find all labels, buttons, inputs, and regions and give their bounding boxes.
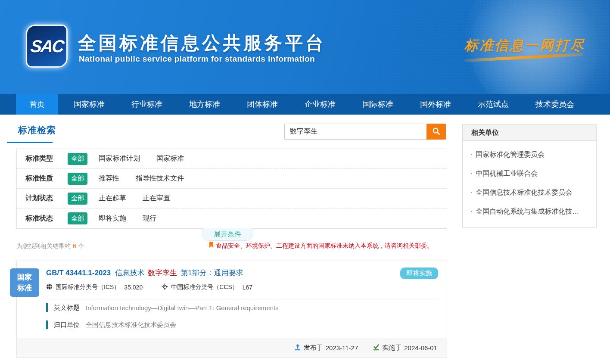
related-unit-link[interactable]: 国家标准化管理委员会 [470, 150, 588, 159]
search-box [284, 124, 446, 140]
nav-item-foreign-standards[interactable]: 国外标准 [409, 94, 462, 115]
bookmark-icon [209, 242, 214, 250]
content-area: 标准检索 标准类型 全部 国家标准计划 国家标准 [0, 115, 610, 364]
published-label: 发布于 [304, 344, 323, 352]
implemented-date-item: 实施于 2024-06-01 [373, 344, 437, 352]
results-count-number: 6 [73, 243, 76, 249]
standard-title-part1: 信息技术 [115, 269, 144, 277]
nav-item-national-standards[interactable]: 国家标准 [62, 94, 116, 115]
filter-option[interactable]: 国家标准 [156, 154, 184, 163]
nav-item-enterprise-standards[interactable]: 企业标准 [293, 94, 347, 115]
field-value: 全国信息技术标准化技术委员会 [86, 321, 176, 329]
page-title: 标准检索 [18, 124, 56, 136]
magnifier-icon [432, 127, 440, 137]
ics-item: 国际标准分类号（ICS） 35.020 [46, 283, 143, 291]
check-icon [373, 344, 382, 352]
globe-icon [46, 283, 56, 291]
filter-row-standard-type: 标准类型 全部 国家标准计划 国家标准 [17, 149, 447, 169]
field-label: 英文标题 [54, 304, 80, 312]
sac-logo: SAC [26, 25, 68, 68]
filter-option[interactable]: 国家标准计划 [99, 154, 140, 163]
nav-item-local-standards[interactable]: 地方标准 [178, 94, 231, 115]
header-banner: SAC 全国标准信息公共服务平台 National public service… [0, 0, 610, 94]
filter-label: 标准状态 [25, 214, 68, 223]
filter-option[interactable]: 推荐性 [99, 174, 119, 183]
standard-title-link[interactable]: GB/T 43441.1-2023信息技术数字孪生第1部分：通用要求 [46, 268, 247, 278]
upload-icon [294, 344, 304, 352]
standard-title-highlight: 数字孪生 [148, 269, 177, 277]
page-title-underline [7, 142, 53, 143]
ccs-item: 中国标准分类号（CCS） L67 [162, 283, 252, 291]
filter-label: 标准性质 [25, 174, 68, 183]
related-units-panel: 相关单位 国家标准化管理委员会 中国机械工业联合会 全国信息技术标准化技术委员会… [462, 124, 597, 228]
implemented-date: 2024-06-01 [404, 344, 437, 352]
filter-option[interactable]: 指导性技术文件 [136, 174, 184, 183]
published-date-item: 发布于 2023-11-27 [294, 344, 358, 352]
implemented-label: 实施于 [382, 344, 401, 352]
standard-code: GB/T 43441.1-2023 [46, 269, 111, 277]
main-nav: 首页 国家标准 行业标准 地方标准 团体标准 企业标准 国际标准 国外标准 示范… [0, 94, 610, 115]
system-notice: 食品安全、环境保护、工程建设方面的国家标准未纳入本系统，请咨询相关部委。 [209, 242, 433, 250]
notice-text: 食品安全、环境保护、工程建设方面的国家标准未纳入本系统，请咨询相关部委。 [216, 242, 433, 250]
filter-option[interactable]: 即将实施 [99, 214, 126, 223]
filter-option[interactable]: 正在起草 [99, 194, 126, 203]
nav-item-technical-committee[interactable]: 技术委员会 [524, 94, 585, 115]
nav-item-pilot[interactable]: 示范试点 [467, 94, 520, 115]
filter-option[interactable]: 正在审查 [143, 194, 170, 203]
related-units-list: 国家标准化管理委员会 中国机械工业联合会 全国信息技术标准化技术委员会 全国自动… [463, 141, 596, 227]
results-count: 为您找到相关结果约6个 [16, 243, 84, 250]
filter-row-standard-status: 标准状态 全部 即将实施 现行 [17, 208, 447, 228]
english-title-row: 英文标题 Information technology—Digital twin… [46, 303, 279, 312]
nav-item-international-standards[interactable]: 国际标准 [351, 94, 405, 115]
crosshair-icon [162, 283, 171, 291]
search-input[interactable] [284, 124, 426, 140]
filter-label: 标准类型 [25, 154, 68, 163]
card-divider [46, 299, 438, 299]
ics-label: 国际标准分类号（ICS） [56, 283, 120, 291]
field-value: Information technology—Digital twin—Part… [86, 304, 279, 311]
results-count-suffix: 个 [78, 243, 84, 249]
status-badge: 即将实施 [400, 268, 438, 279]
nav-item-group-standards[interactable]: 团体标准 [236, 94, 289, 115]
standard-type-badge: 国家 标准 [10, 268, 39, 297]
related-units-title: 相关单位 [463, 124, 596, 141]
page: SAC 全国标准信息公共服务平台 National public service… [0, 0, 610, 364]
ics-value: 35.020 [124, 284, 143, 291]
published-date: 2023-11-27 [326, 344, 358, 352]
filter-row-plan-status: 计划状态 全部 正在起草 正在审查 [17, 189, 447, 208]
filter-all-button[interactable]: 全部 [68, 212, 87, 224]
filter-row-standard-nature: 标准性质 全部 推荐性 指导性技术文件 [17, 169, 447, 189]
sac-logo-text: SAC [29, 37, 64, 56]
search-button[interactable] [426, 124, 446, 140]
related-unit-link[interactable]: 全国自动化系统与集成标准化技… [470, 207, 588, 216]
filter-all-button[interactable]: 全部 [68, 153, 87, 165]
ccs-label: 中国标准分类号（CCS） [171, 283, 238, 291]
related-unit-link[interactable]: 中国机械工业联合会 [470, 169, 588, 178]
filter-option[interactable]: 现行 [143, 214, 156, 223]
filter-all-button[interactable]: 全部 [68, 193, 87, 205]
nav-item-home[interactable]: 首页 [16, 94, 58, 115]
related-unit-link[interactable]: 全国信息技术标准化技术委员会 [470, 188, 588, 197]
results-count-prefix: 为您找到相关结果约 [16, 243, 71, 249]
site-slogan: 标准信息一网打尽 [464, 36, 585, 55]
field-label: 归口单位 [54, 321, 80, 329]
type-badge-line1: 国家 [10, 272, 39, 283]
result-card: 国家 标准 GB/T 43441.1-2023信息技术数字孪生第1部分：通用要求… [16, 261, 447, 358]
filter-box: 标准类型 全部 国家标准计划 国家标准 标准性质 全部 推荐性 指导性技术文件 … [16, 149, 447, 229]
site-subtitle: National public service platform for sta… [79, 54, 315, 64]
type-badge-line2: 标准 [10, 283, 39, 293]
field-accent-bar [46, 320, 48, 329]
card-footer: 发布于 2023-11-27 实施于 2024-06-01 [17, 338, 447, 358]
expand-conditions-button[interactable]: 展开条件 [202, 228, 252, 241]
ccs-value: L67 [243, 284, 252, 291]
filter-label: 计划状态 [25, 194, 68, 203]
classification-row: 国际标准分类号（ICS） 35.020 中国标准 [46, 283, 271, 291]
filter-all-button[interactable]: 全部 [68, 173, 87, 185]
field-accent-bar [46, 303, 48, 312]
results-summary: 为您找到相关结果约6个 食品安全、环境保护、工程建设方面的国家标准未纳入本系统，… [16, 243, 447, 250]
standard-title-part2: 第1部分：通用要求 [181, 269, 243, 277]
site-title: 全国标准信息公共服务平台 [78, 31, 326, 55]
committee-row: 归口单位 全国信息技术标准化技术委员会 [46, 320, 176, 329]
nav-item-industry-standards[interactable]: 行业标准 [120, 94, 174, 115]
